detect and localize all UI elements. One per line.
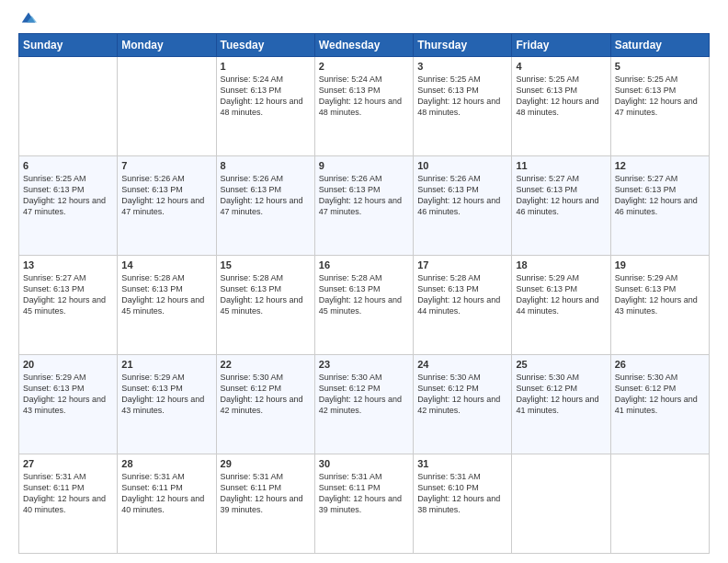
day-info: Sunrise: 5:31 AM Sunset: 6:11 PM Dayligh… (23, 471, 113, 516)
calendar-table: SundayMondayTuesdayWednesdayThursdayFrid… (18, 33, 710, 554)
day-cell (118, 57, 216, 156)
day-cell: 28Sunrise: 5:31 AM Sunset: 6:11 PM Dayli… (118, 454, 216, 554)
day-cell: 7Sunrise: 5:26 AM Sunset: 6:13 PM Daylig… (118, 156, 216, 256)
day-cell: 30Sunrise: 5:31 AM Sunset: 6:11 PM Dayli… (314, 454, 413, 554)
day-info: Sunrise: 5:26 AM Sunset: 6:13 PM Dayligh… (417, 173, 507, 218)
week-row-2: 6Sunrise: 5:25 AM Sunset: 6:13 PM Daylig… (19, 156, 710, 256)
day-cell: 17Sunrise: 5:28 AM Sunset: 6:13 PM Dayli… (414, 256, 512, 355)
logo-icon (20, 9, 37, 26)
day-number: 22 (221, 359, 311, 370)
day-number: 4 (516, 61, 606, 72)
day-info: Sunrise: 5:30 AM Sunset: 6:12 PM Dayligh… (319, 372, 409, 417)
day-info: Sunrise: 5:29 AM Sunset: 6:13 PM Dayligh… (516, 272, 606, 317)
day-info: Sunrise: 5:28 AM Sunset: 6:13 PM Dayligh… (319, 272, 409, 317)
day-number: 11 (516, 160, 606, 171)
day-info: Sunrise: 5:26 AM Sunset: 6:13 PM Dayligh… (121, 173, 211, 218)
day-number: 29 (221, 458, 311, 469)
day-number: 7 (121, 160, 211, 171)
day-number: 10 (417, 160, 507, 171)
calendar-body: 1Sunrise: 5:24 AM Sunset: 6:13 PM Daylig… (19, 57, 710, 554)
day-cell: 3Sunrise: 5:25 AM Sunset: 6:13 PM Daylig… (414, 57, 512, 156)
day-number: 30 (319, 458, 409, 469)
day-info: Sunrise: 5:25 AM Sunset: 6:13 PM Dayligh… (615, 74, 705, 119)
day-cell (512, 454, 610, 554)
day-cell: 16Sunrise: 5:28 AM Sunset: 6:13 PM Dayli… (314, 256, 413, 355)
week-row-1: 1Sunrise: 5:24 AM Sunset: 6:13 PM Daylig… (19, 57, 710, 156)
day-cell: 6Sunrise: 5:25 AM Sunset: 6:13 PM Daylig… (19, 156, 118, 256)
day-number: 16 (319, 259, 409, 270)
day-info: Sunrise: 5:25 AM Sunset: 6:13 PM Dayligh… (516, 74, 606, 119)
day-info: Sunrise: 5:31 AM Sunset: 6:11 PM Dayligh… (221, 471, 311, 516)
day-number: 2 (319, 61, 409, 72)
day-cell: 18Sunrise: 5:29 AM Sunset: 6:13 PM Dayli… (512, 256, 610, 355)
day-number: 9 (319, 160, 409, 171)
day-cell: 13Sunrise: 5:27 AM Sunset: 6:13 PM Dayli… (19, 256, 118, 355)
day-info: Sunrise: 5:31 AM Sunset: 6:10 PM Dayligh… (417, 471, 507, 516)
day-cell: 4Sunrise: 5:25 AM Sunset: 6:13 PM Daylig… (512, 57, 610, 156)
day-number: 24 (417, 359, 507, 370)
day-number: 18 (516, 259, 606, 270)
day-info: Sunrise: 5:30 AM Sunset: 6:12 PM Dayligh… (221, 372, 311, 417)
day-info: Sunrise: 5:30 AM Sunset: 6:12 PM Dayligh… (516, 372, 606, 417)
page: SundayMondayTuesdayWednesdayThursdayFrid… (0, 0, 728, 563)
day-number: 20 (23, 359, 113, 370)
day-number: 23 (319, 359, 409, 370)
dow-header-wednesday: Wednesday (314, 34, 413, 57)
day-number: 8 (221, 160, 311, 171)
day-info: Sunrise: 5:31 AM Sunset: 6:11 PM Dayligh… (319, 471, 409, 516)
day-cell: 12Sunrise: 5:27 AM Sunset: 6:13 PM Dayli… (610, 156, 709, 256)
day-number: 15 (221, 259, 311, 270)
week-row-5: 27Sunrise: 5:31 AM Sunset: 6:11 PM Dayli… (19, 454, 710, 554)
dow-header-saturday: Saturday (610, 34, 709, 57)
day-cell (19, 57, 118, 156)
day-cell: 26Sunrise: 5:30 AM Sunset: 6:12 PM Dayli… (610, 355, 709, 454)
day-info: Sunrise: 5:25 AM Sunset: 6:13 PM Dayligh… (417, 74, 507, 119)
day-cell: 2Sunrise: 5:24 AM Sunset: 6:13 PM Daylig… (314, 57, 413, 156)
day-info: Sunrise: 5:26 AM Sunset: 6:13 PM Dayligh… (319, 173, 409, 218)
day-cell: 15Sunrise: 5:28 AM Sunset: 6:13 PM Dayli… (216, 256, 314, 355)
day-number: 21 (121, 359, 211, 370)
dow-header-thursday: Thursday (414, 34, 512, 57)
day-cell: 20Sunrise: 5:29 AM Sunset: 6:13 PM Dayli… (19, 355, 118, 454)
week-row-3: 13Sunrise: 5:27 AM Sunset: 6:13 PM Dayli… (19, 256, 710, 355)
day-cell: 14Sunrise: 5:28 AM Sunset: 6:13 PM Dayli… (118, 256, 216, 355)
day-number: 26 (615, 359, 705, 370)
day-info: Sunrise: 5:30 AM Sunset: 6:12 PM Dayligh… (615, 372, 705, 417)
day-number: 5 (615, 61, 705, 72)
day-cell: 24Sunrise: 5:30 AM Sunset: 6:12 PM Dayli… (414, 355, 512, 454)
day-cell: 23Sunrise: 5:30 AM Sunset: 6:12 PM Dayli… (314, 355, 413, 454)
days-of-week-row: SundayMondayTuesdayWednesdayThursdayFrid… (19, 34, 710, 57)
day-number: 14 (121, 259, 211, 270)
day-number: 19 (615, 259, 705, 270)
day-info: Sunrise: 5:28 AM Sunset: 6:13 PM Dayligh… (417, 272, 507, 317)
day-info: Sunrise: 5:28 AM Sunset: 6:13 PM Dayligh… (221, 272, 311, 317)
day-number: 12 (615, 160, 705, 171)
day-cell: 29Sunrise: 5:31 AM Sunset: 6:11 PM Dayli… (216, 454, 314, 554)
day-cell: 25Sunrise: 5:30 AM Sunset: 6:12 PM Dayli… (512, 355, 610, 454)
day-info: Sunrise: 5:27 AM Sunset: 6:13 PM Dayligh… (615, 173, 705, 218)
day-number: 1 (221, 61, 311, 72)
day-cell: 19Sunrise: 5:29 AM Sunset: 6:13 PM Dayli… (610, 256, 709, 355)
day-info: Sunrise: 5:29 AM Sunset: 6:13 PM Dayligh… (615, 272, 705, 317)
week-row-4: 20Sunrise: 5:29 AM Sunset: 6:13 PM Dayli… (19, 355, 710, 454)
day-number: 6 (23, 160, 113, 171)
day-cell: 11Sunrise: 5:27 AM Sunset: 6:13 PM Dayli… (512, 156, 610, 256)
day-cell: 1Sunrise: 5:24 AM Sunset: 6:13 PM Daylig… (216, 57, 314, 156)
dow-header-monday: Monday (118, 34, 216, 57)
logo (18, 15, 37, 26)
day-info: Sunrise: 5:26 AM Sunset: 6:13 PM Dayligh… (221, 173, 311, 218)
day-info: Sunrise: 5:29 AM Sunset: 6:13 PM Dayligh… (23, 372, 113, 417)
day-info: Sunrise: 5:24 AM Sunset: 6:13 PM Dayligh… (319, 74, 409, 119)
dow-header-friday: Friday (512, 34, 610, 57)
day-cell: 27Sunrise: 5:31 AM Sunset: 6:11 PM Dayli… (19, 454, 118, 554)
day-info: Sunrise: 5:31 AM Sunset: 6:11 PM Dayligh… (121, 471, 211, 516)
day-cell: 5Sunrise: 5:25 AM Sunset: 6:13 PM Daylig… (610, 57, 709, 156)
dow-header-sunday: Sunday (19, 34, 118, 57)
day-cell: 22Sunrise: 5:30 AM Sunset: 6:12 PM Dayli… (216, 355, 314, 454)
day-info: Sunrise: 5:29 AM Sunset: 6:13 PM Dayligh… (121, 372, 211, 417)
day-info: Sunrise: 5:24 AM Sunset: 6:13 PM Dayligh… (221, 74, 311, 119)
day-number: 3 (417, 61, 507, 72)
day-cell: 8Sunrise: 5:26 AM Sunset: 6:13 PM Daylig… (216, 156, 314, 256)
day-info: Sunrise: 5:27 AM Sunset: 6:13 PM Dayligh… (23, 272, 113, 317)
day-info: Sunrise: 5:27 AM Sunset: 6:13 PM Dayligh… (516, 173, 606, 218)
